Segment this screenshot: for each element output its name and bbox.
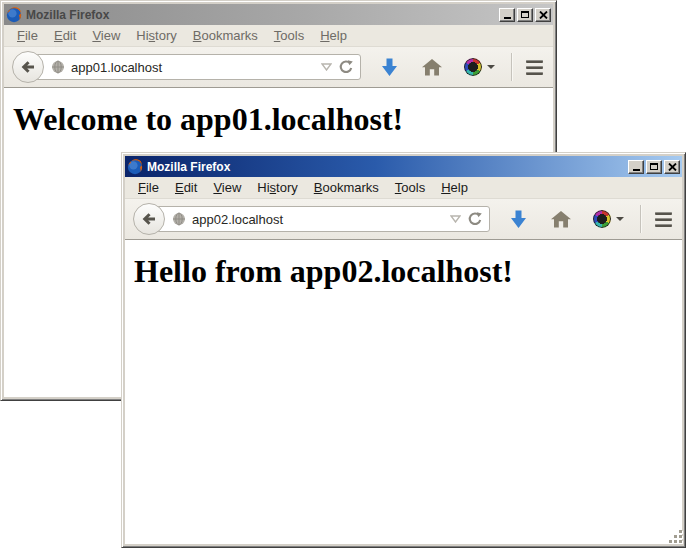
menu-item-bookmarks[interactable]: Bookmarks xyxy=(185,26,266,46)
title-bar[interactable]: Mozilla Firefox xyxy=(4,4,553,25)
menu-bar: FileEditViewHistoryBookmarksToolsHelp xyxy=(125,177,682,199)
window-title: Mozilla Firefox xyxy=(147,160,624,174)
color-wheel-icon xyxy=(464,58,482,76)
browser-window-app02[interactable]: Mozilla Firefox FileEditViewHistoryBookm… xyxy=(121,152,686,548)
open-menu-button[interactable] xyxy=(524,58,545,77)
open-menu-button[interactable] xyxy=(653,210,674,229)
url-dropdown-icon[interactable] xyxy=(450,215,461,223)
back-button[interactable] xyxy=(12,51,44,83)
hamburger-icon xyxy=(526,60,543,63)
navigation-toolbar: app02.localhost xyxy=(125,199,682,240)
reload-icon[interactable] xyxy=(338,59,354,75)
page-heading: Welcome to app01.localhost! xyxy=(13,101,553,138)
close-button[interactable] xyxy=(664,160,680,174)
download-indicator-button[interactable] xyxy=(381,58,398,77)
toolbar-separator xyxy=(511,53,512,81)
chevron-down-icon xyxy=(616,217,624,221)
menu-item-history[interactable]: History xyxy=(128,26,184,46)
menu-bar: FileEditViewHistoryBookmarksToolsHelp xyxy=(4,25,553,47)
menu-item-tools[interactable]: Tools xyxy=(387,178,433,198)
firefox-logo-icon xyxy=(6,7,22,23)
window-title: Mozilla Firefox xyxy=(26,8,495,22)
firefox-logo-icon xyxy=(127,159,143,175)
home-button[interactable] xyxy=(551,211,571,228)
page-content: Hello from app02.localhost! xyxy=(125,240,682,544)
menu-item-help[interactable]: Help xyxy=(433,178,476,198)
menu-item-edit[interactable]: Edit xyxy=(46,26,84,46)
url-text[interactable]: app02.localhost xyxy=(192,212,444,227)
menu-item-file[interactable]: File xyxy=(9,26,46,46)
page-heading: Hello from app02.localhost! xyxy=(134,253,682,290)
maximize-button[interactable] xyxy=(517,8,533,22)
url-text[interactable]: app01.localhost xyxy=(71,60,315,75)
back-button[interactable] xyxy=(133,203,165,235)
close-icon xyxy=(668,163,677,171)
download-arrow-icon xyxy=(510,210,527,229)
reload-icon[interactable] xyxy=(467,211,483,227)
url-dropdown-icon[interactable] xyxy=(321,63,332,71)
menu-item-view[interactable]: View xyxy=(205,178,249,198)
toolbar-separator xyxy=(640,205,641,233)
download-arrow-icon xyxy=(381,58,398,77)
maximize-icon xyxy=(521,11,529,18)
close-icon xyxy=(539,11,548,19)
close-button[interactable] xyxy=(535,8,551,22)
navigation-toolbar: app01.localhost xyxy=(4,47,553,88)
resize-grip[interactable] xyxy=(669,531,681,543)
minimize-button[interactable] xyxy=(628,160,644,174)
menu-item-help[interactable]: Help xyxy=(312,26,355,46)
color-wheel-icon xyxy=(593,210,611,228)
home-button[interactable] xyxy=(422,59,442,76)
minimize-button[interactable] xyxy=(499,8,515,22)
home-icon xyxy=(422,59,442,76)
menu-item-file[interactable]: File xyxy=(130,178,167,198)
maximize-button[interactable] xyxy=(646,160,662,174)
addon-button[interactable] xyxy=(464,58,495,76)
menu-item-view[interactable]: View xyxy=(84,26,128,46)
chevron-down-icon xyxy=(487,65,495,69)
back-arrow-icon xyxy=(20,59,36,75)
minimize-icon xyxy=(504,17,511,19)
site-identity-globe-icon xyxy=(172,212,186,226)
home-icon xyxy=(551,211,571,228)
menu-item-bookmarks[interactable]: Bookmarks xyxy=(306,178,387,198)
menu-item-history[interactable]: History xyxy=(249,178,305,198)
download-indicator-button[interactable] xyxy=(510,210,527,229)
addon-button[interactable] xyxy=(593,210,624,228)
back-arrow-icon xyxy=(141,211,157,227)
url-bar[interactable]: app01.localhost xyxy=(28,54,361,80)
maximize-icon xyxy=(650,163,658,170)
site-identity-globe-icon xyxy=(51,60,65,74)
title-bar[interactable]: Mozilla Firefox xyxy=(125,156,682,177)
minimize-icon xyxy=(633,169,640,171)
menu-item-edit[interactable]: Edit xyxy=(167,178,205,198)
hamburger-icon xyxy=(655,212,672,215)
menu-item-tools[interactable]: Tools xyxy=(266,26,312,46)
url-bar[interactable]: app02.localhost xyxy=(149,206,490,232)
